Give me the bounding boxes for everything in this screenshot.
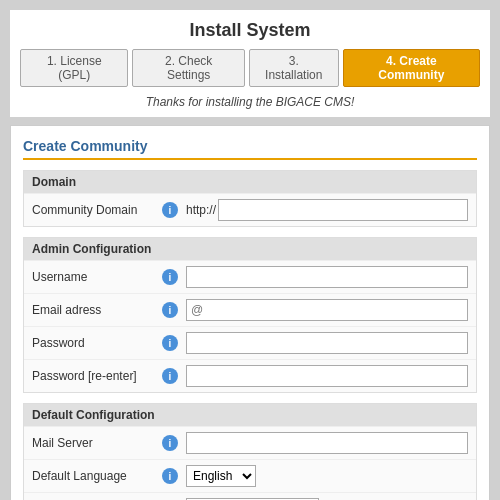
content-section: Create Community Domain Community Domain… [10, 125, 490, 500]
default-language-info-icon[interactable]: i [162, 468, 178, 484]
mail-server-row: Mail Server i [24, 426, 476, 459]
email-label: Email adress [32, 303, 162, 317]
email-input[interactable] [186, 299, 468, 321]
password-row: Password i [24, 326, 476, 359]
create-community-title: Create Community [23, 138, 477, 160]
domain-header: Domain [24, 171, 476, 193]
default-config-group: Default Configuration Mail Server i Defa… [23, 403, 477, 500]
email-row: Email adress i [24, 293, 476, 326]
community-domain-label: Community Domain [32, 203, 162, 217]
admin-config-group: Admin Configuration Username i Email adr… [23, 237, 477, 393]
community-domain-row: Community Domain i http:// [24, 193, 476, 226]
domain-group: Domain Community Domain i http:// [23, 170, 477, 227]
admin-config-header: Admin Configuration [24, 238, 476, 260]
password-label: Password [32, 336, 162, 350]
password-input[interactable] [186, 332, 468, 354]
default-language-row: Default Language i English German French [24, 459, 476, 492]
password-reenter-input[interactable] [186, 365, 468, 387]
mail-server-label: Mail Server [32, 436, 162, 450]
email-info-icon[interactable]: i [162, 302, 178, 318]
password-reenter-info-icon[interactable]: i [162, 368, 178, 384]
password-reenter-label: Password [re-enter] [32, 369, 162, 383]
default-config-header: Default Configuration [24, 404, 476, 426]
mail-server-input[interactable] [186, 432, 468, 454]
username-label: Username [32, 270, 162, 284]
thanks-message: Thanks for installing the BIGACE CMS! [20, 95, 480, 109]
username-info-icon[interactable]: i [162, 269, 178, 285]
username-input[interactable] [186, 266, 468, 288]
community-domain-input[interactable] [218, 199, 468, 221]
step-3-btn[interactable]: 3. Installation [249, 49, 339, 87]
domain-prefix: http:// [186, 203, 216, 217]
community-domain-info-icon[interactable]: i [162, 202, 178, 218]
step-1-btn[interactable]: 1. License (GPL) [20, 49, 128, 87]
community-domain-input-wrapper: http:// [186, 199, 468, 221]
default-language-label: Default Language [32, 469, 162, 483]
username-row: Username i [24, 260, 476, 293]
steps-nav: 1. License (GPL) 2. Check Settings 3. In… [20, 49, 480, 87]
mail-server-info-icon[interactable]: i [162, 435, 178, 451]
statistics-row: Statistics i Activate statistics Deactiv… [24, 492, 476, 500]
password-info-icon[interactable]: i [162, 335, 178, 351]
page-title: Install System [20, 20, 480, 41]
default-language-select[interactable]: English German French [186, 465, 256, 487]
step-2-btn[interactable]: 2. Check Settings [132, 49, 244, 87]
step-4-btn[interactable]: 4. Create Community [343, 49, 480, 87]
password-reenter-row: Password [re-enter] i [24, 359, 476, 392]
